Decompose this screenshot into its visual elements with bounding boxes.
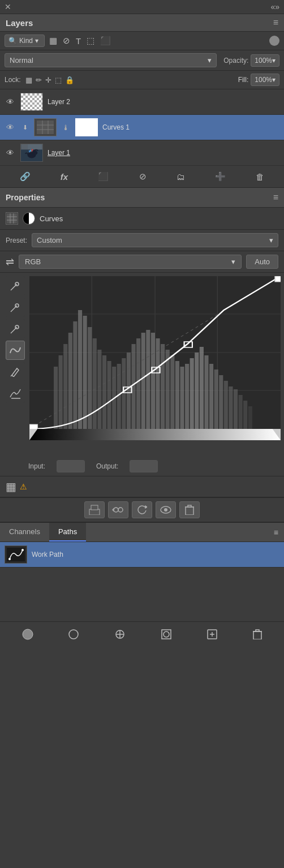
curves-graph-svg[interactable] — [29, 276, 281, 452]
work-path-thumb-svg — [7, 548, 25, 561]
svg-rect-41 — [93, 338, 97, 429]
lock-all-icon[interactable]: 🔒 — [65, 76, 74, 84]
channels-tab[interactable]: Channels — [0, 523, 49, 542]
svg-rect-107 — [253, 631, 261, 639]
search-icon: 🔍 — [8, 37, 17, 45]
layers-list: 👁 Layer 2 👁 ⬇ 🌡 Curves 1 👁 — [0, 89, 284, 166]
arrows-button[interactable]: «» — [270, 2, 279, 11]
kind-dropdown[interactable]: 🔍 Kind ▾ — [5, 35, 45, 47]
smart-icon[interactable]: ⬛ — [99, 35, 112, 47]
clip-layer-btn[interactable] — [84, 501, 105, 518]
group-icon[interactable]: 🗂 — [173, 170, 188, 184]
svg-point-97 — [23, 629, 33, 639]
channel-adjust-icon[interactable]: ⇌ — [6, 256, 14, 268]
blend-mode-value: Normal — [10, 56, 33, 65]
eyedropper-black-icon — [10, 324, 20, 334]
svg-rect-39 — [83, 316, 87, 429]
circle-slash-icon[interactable]: ⊘ — [62, 35, 71, 47]
image-icon[interactable]: ▦ — [48, 35, 58, 47]
mask-from-path-btn[interactable] — [157, 626, 175, 645]
svg-rect-6 — [21, 144, 27, 149]
opacity-arrow: ▾ — [272, 57, 276, 65]
io-row: Input: Output: — [0, 457, 284, 476]
warning-row: ▦ ⚠ — [0, 476, 284, 497]
paths-panel-menu-icon[interactable]: ≡ — [268, 525, 284, 540]
curve-edit-btn[interactable] — [6, 341, 25, 360]
link-icon[interactable]: 🔗 — [16, 169, 34, 184]
opacity-value-text: 100% — [255, 57, 272, 65]
opacity-dropdown[interactable]: 100% ▾ — [251, 54, 279, 67]
properties-panel-header: Properties ≡ — [0, 188, 284, 208]
eyedropper-sample-btn[interactable] — [6, 276, 25, 295]
blend-mode-row: Normal ▾ Opacity: 100% ▾ — [0, 50, 284, 71]
svg-rect-55 — [161, 344, 165, 429]
input-value-field[interactable] — [57, 460, 85, 472]
curves-section-label: Curves — [40, 214, 63, 223]
prev-state-btn[interactable] — [108, 501, 128, 518]
layers-menu-icon[interactable]: ≡ — [273, 18, 278, 28]
fill-path-btn[interactable] — [19, 626, 37, 645]
pencil-draw-btn[interactable] — [6, 362, 25, 381]
text-icon[interactable]: T — [75, 35, 82, 47]
close-button[interactable]: ✕ — [5, 2, 11, 11]
curves1-visibility-icon[interactable]: 👁 — [5, 123, 16, 132]
new-layer-icon[interactable]: ➕ — [212, 169, 229, 184]
svg-line-15 — [12, 284, 17, 289]
eyedropper-black-btn[interactable] — [6, 319, 25, 338]
layer-actions: 🔗 fx ⬛ ⊘ 🗂 ➕ 🗑 — [0, 166, 284, 188]
delete-layer-icon[interactable]: 🗑 — [252, 170, 268, 184]
lock-brush-icon[interactable]: ✏ — [36, 76, 42, 84]
reset-btn[interactable] — [132, 501, 152, 518]
svg-rect-52 — [146, 330, 150, 429]
visibility-props-icon — [160, 506, 171, 514]
preset-row: Preset: Custom ▾ — [0, 230, 284, 251]
svg-rect-61 — [190, 358, 194, 429]
color-circle-icon — [269, 36, 279, 46]
fx-icon[interactable]: fx — [57, 170, 71, 184]
work-path-name: Work Path — [32, 551, 63, 558]
svg-rect-42 — [97, 350, 101, 429]
adjustment-icon[interactable]: ⊘ — [136, 169, 150, 184]
lock-label: Lock: — [5, 76, 21, 84]
properties-menu-icon[interactable]: ≡ — [273, 192, 278, 203]
paths-tab[interactable]: Paths — [49, 523, 86, 542]
layer-item-layer1[interactable]: 👁 Layer 1 — [0, 140, 284, 166]
svg-point-103 — [163, 631, 169, 637]
fill-dropdown[interactable]: 100% ▾ — [251, 74, 279, 86]
delete-path-btn[interactable] — [249, 627, 265, 644]
visibility-props-btn[interactable] — [156, 501, 176, 518]
eyedropper-sample-icon — [10, 281, 20, 291]
smooth-curve-btn[interactable] — [6, 384, 25, 403]
svg-rect-85 — [91, 505, 98, 510]
delete-props-btn[interactable] — [179, 501, 200, 518]
transform-icon[interactable]: ⬚ — [85, 35, 96, 47]
layers-panel-title: Layers — [6, 18, 33, 28]
kind-dropdown-arrow: ▾ — [35, 37, 38, 45]
blend-mode-dropdown[interactable]: Normal ▾ — [5, 53, 217, 67]
svg-rect-38 — [78, 310, 82, 429]
lock-artboard-icon[interactable]: ⬚ — [55, 76, 62, 84]
eyedropper-gray-btn[interactable] — [6, 298, 25, 317]
channel-arrow: ▾ — [231, 257, 235, 266]
layer-item-curves1[interactable]: 👁 ⬇ 🌡 Curves 1 — [0, 115, 284, 140]
layer-item-layer2[interactable]: 👁 Layer 2 — [0, 89, 284, 115]
fill-section: Fill: 100% ▾ — [238, 74, 279, 86]
mask-icon[interactable]: ⬛ — [94, 169, 112, 184]
new-path-btn[interactable] — [203, 626, 221, 645]
stroke-path-btn[interactable] — [64, 626, 83, 645]
preset-dropdown[interactable]: Custom ▾ — [32, 233, 278, 247]
work-path-item[interactable]: Work Path — [0, 542, 284, 568]
auto-button[interactable]: Auto — [246, 255, 278, 269]
output-value-field[interactable] — [130, 460, 158, 472]
blend-mode-arrow: ▾ — [208, 56, 212, 65]
delete-path-icon — [253, 629, 262, 639]
curves1-name: Curves 1 — [102, 123, 279, 131]
channel-dropdown[interactable]: RGB ▾ — [19, 255, 242, 269]
lock-move-icon[interactable]: ✛ — [45, 76, 51, 84]
layer2-visibility-icon[interactable]: 👁 — [5, 97, 16, 106]
fill-value-text: 100% — [255, 76, 272, 84]
layer1-visibility-icon[interactable]: 👁 — [5, 148, 16, 157]
svg-rect-65 — [209, 364, 213, 429]
lock-pixels-icon[interactable]: ▦ — [25, 76, 32, 84]
path-selection-btn[interactable] — [111, 626, 129, 645]
